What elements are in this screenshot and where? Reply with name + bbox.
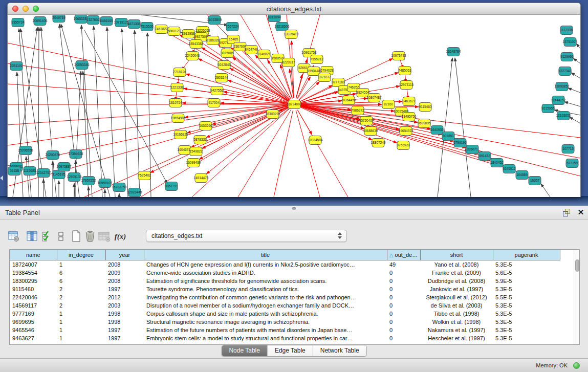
- table-cell[interactable]: 1: [57, 318, 105, 326]
- table-cell[interactable]: 0: [387, 277, 420, 285]
- graph-node[interactable]: 20364456: [341, 96, 356, 105]
- table-cell[interactable]: 0: [387, 310, 420, 318]
- table-cell[interactable]: 5.3E-5: [493, 285, 560, 293]
- graph-node[interactable]: 6799190: [453, 139, 467, 147]
- graph-node[interactable]: 2718126: [173, 68, 186, 77]
- graph-node[interactable]: 8220317: [282, 58, 295, 67]
- graph-node[interactable]: 7515526: [140, 23, 154, 31]
- graph-node[interactable]: 7955812: [310, 55, 323, 64]
- table-cell[interactable]: 0: [387, 301, 420, 310]
- table-cell[interactable]: 1998: [105, 310, 144, 318]
- graph-node[interactable]: 16057: [529, 177, 541, 185]
- table-cell[interactable]: 2009: [105, 269, 144, 277]
- delete-table-button[interactable]: [98, 230, 111, 243]
- table-cell[interactable]: 2008: [105, 260, 144, 269]
- graph-node[interactable]: 1145195: [53, 170, 66, 179]
- graph-node[interactable]: 10807487: [367, 94, 382, 102]
- table-cell[interactable]: 6: [57, 277, 105, 285]
- table-cell[interactable]: 0: [387, 318, 420, 326]
- table-row[interactable]: 977716911998Corpus callosum shape and si…: [10, 310, 560, 318]
- scrollbar-thumb[interactable]: [575, 259, 579, 272]
- graph-node[interactable]: 2051101: [10, 62, 23, 71]
- splitter-handle[interactable]: [292, 207, 296, 210]
- row-selection-button[interactable]: [40, 230, 53, 243]
- graph-node[interactable]: 9355724: [11, 18, 25, 27]
- graph-node[interactable]: 9857791: [165, 182, 178, 191]
- table-cell[interactable]: 49: [387, 260, 420, 269]
- graph-node[interactable]: 17957252: [81, 177, 96, 185]
- table-row[interactable]: 1456911722003Disruption of a novel membe…: [10, 301, 560, 310]
- graph-node[interactable]: 15751074: [563, 38, 578, 47]
- graph-node[interactable]: 9215955: [541, 104, 555, 113]
- table-cell[interactable]: Dudbridge et al. (2008): [420, 277, 493, 285]
- graph-node[interactable]: 2049719: [52, 15, 66, 23]
- column-header-pagerank[interactable]: pagerank: [493, 250, 560, 260]
- table-cell[interactable]: Genome-wide association studies in ADHD.: [144, 269, 387, 277]
- table-cell[interactable]: Structural magnetic resonance image aver…: [144, 318, 387, 326]
- table-cell[interactable]: 2: [57, 301, 105, 310]
- table-cell[interactable]: 1: [57, 326, 105, 334]
- table-cell[interactable]: 9699695: [10, 318, 57, 326]
- table-cell[interactable]: Jankovic et al. (1997): [420, 285, 493, 293]
- network-view-canvas[interactable]: 1872400718300295935572420691406204971910…: [8, 15, 580, 197]
- graph-node[interactable]: 30975887: [57, 163, 72, 171]
- graph-node[interactable]: 9129966: [560, 53, 574, 61]
- graph-node[interactable]: 677159: [566, 159, 578, 168]
- table-cell[interactable]: 0: [387, 285, 420, 293]
- graph-node[interactable]: 7485063: [398, 67, 411, 75]
- graph-node[interactable]: 9463627: [402, 97, 416, 106]
- graph-node[interactable]: 82160: [382, 100, 395, 109]
- table-cell[interactable]: Yano et al. (2008): [420, 260, 493, 269]
- graph-node[interactable]: 1653556: [199, 122, 212, 130]
- table-cell[interactable]: 5.5E-5: [493, 293, 560, 301]
- graph-node[interactable]: 18300295: [266, 110, 280, 119]
- graph-node[interactable]: 1821072: [318, 73, 331, 82]
- table-cell[interactable]: 14569117: [10, 301, 57, 310]
- graph-node[interactable]: 2803144: [215, 74, 228, 82]
- graph-node[interactable]: 10973493: [391, 52, 406, 60]
- graph-node[interactable]: 1112336: [560, 26, 573, 35]
- graph-node[interactable]: 8186328: [206, 36, 220, 45]
- graph-node[interactable]: 7986372: [351, 106, 364, 115]
- graph-node[interactable]: 891432: [478, 152, 491, 161]
- table-cell[interactable]: 5.3E-5: [493, 326, 560, 334]
- table-cell[interactable]: 5.6E-5: [493, 269, 560, 277]
- graph-node[interactable]: 5860123: [167, 27, 181, 36]
- graph-node[interactable]: 1115685: [24, 167, 36, 176]
- table-cell[interactable]: 5.3E-5: [493, 310, 560, 318]
- table-cell[interactable]: Investigating the contribution of common…: [144, 293, 387, 301]
- graph-node[interactable]: 45720407: [359, 117, 374, 125]
- table-cell[interactable]: 5.3E-5: [493, 334, 560, 342]
- graph-node[interactable]: 7625402: [138, 171, 151, 180]
- rows-button[interactable]: [54, 230, 68, 243]
- table-cell[interactable]: Embryonic stem cells: a model to study s…: [144, 334, 387, 342]
- graph-node[interactable]: 19654923: [399, 127, 413, 136]
- column-header-short[interactable]: short: [420, 250, 493, 260]
- graph-node[interactable]: 12093852: [555, 82, 570, 91]
- delete-column-button[interactable]: [83, 230, 97, 243]
- table-row[interactable]: 1830029562008Estimation of significance …: [10, 277, 560, 285]
- graph-node[interactable]: 104889: [516, 171, 528, 180]
- table-cell[interactable]: Nakamura et al. (1997): [420, 326, 493, 334]
- table-cell[interactable]: 22420046: [10, 293, 57, 301]
- graph-node[interactable]: 1810754: [169, 99, 182, 107]
- table-cell[interactable]: Tibbo et al. (1998): [420, 310, 493, 318]
- column-header-out_de[interactable]: △out_de…: [387, 250, 420, 260]
- graph-node[interactable]: 12923448: [127, 188, 142, 197]
- table-cell[interactable]: Changes of HCN gene expression and I(f) …: [144, 260, 387, 269]
- table-cell[interactable]: de Silva et al. (2003): [420, 301, 493, 310]
- graph-node[interactable]: 12444152: [551, 96, 566, 105]
- graph-node[interactable]: 1840452: [490, 159, 504, 167]
- table-row[interactable]: 911546021997Tourette syndrome. Phenomeno…: [10, 285, 560, 293]
- tab-node-table[interactable]: Node Table: [222, 345, 268, 356]
- tab-edge-table[interactable]: Edge Table: [268, 345, 313, 356]
- graph-node[interactable]: 1221338: [170, 83, 184, 92]
- table-cell[interactable]: 2012: [105, 293, 144, 301]
- graph-node[interactable]: 107715: [562, 145, 574, 154]
- create-column-button[interactable]: [70, 230, 83, 243]
- table-cell[interactable]: 18300295: [10, 277, 57, 285]
- graph-node[interactable]: 917004: [208, 99, 220, 107]
- table-cell[interactable]: 9465546: [10, 326, 57, 334]
- graph-node[interactable]: 10958107: [98, 179, 113, 188]
- table-cell[interactable]: 1997: [105, 285, 144, 293]
